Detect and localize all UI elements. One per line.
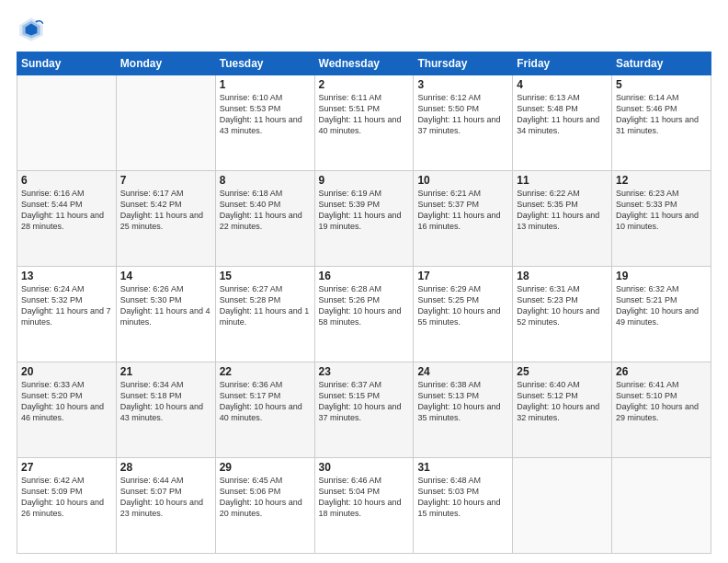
logo-icon [17,15,46,44]
calendar-cell: 12Sunrise: 6:23 AMSunset: 5:33 PMDayligh… [612,171,711,267]
calendar-cell [612,458,711,554]
cell-info: Sunrise: 6:37 AMSunset: 5:15 PMDaylight:… [319,379,410,424]
cell-info: Sunrise: 6:12 AMSunset: 5:50 PMDaylight:… [417,92,508,137]
cell-info: Sunrise: 6:16 AMSunset: 5:44 PMDaylight:… [21,188,112,233]
calendar-cell: 22Sunrise: 6:36 AMSunset: 5:17 PMDayligh… [215,362,314,458]
day-number: 16 [319,270,410,282]
day-number: 22 [220,365,311,378]
calendar-cell: 6Sunrise: 6:16 AMSunset: 5:44 PMDaylight… [17,171,117,267]
day-number: 26 [616,365,707,378]
calendar-cell: 31Sunrise: 6:48 AMSunset: 5:03 PMDayligh… [414,458,513,554]
calendar-cell: 5Sunrise: 6:14 AMSunset: 5:46 PMDaylight… [612,75,711,171]
calendar-cell: 16Sunrise: 6:28 AMSunset: 5:26 PMDayligh… [314,267,414,362]
day-number: 4 [517,78,608,91]
day-number: 8 [220,174,311,187]
day-number: 31 [417,461,508,474]
calendar-cell: 18Sunrise: 6:31 AMSunset: 5:23 PMDayligh… [513,267,612,362]
weekday-header-saturday: Saturday [612,52,711,75]
week-row-5: 27Sunrise: 6:42 AMSunset: 5:09 PMDayligh… [17,458,711,554]
header [17,15,711,44]
week-row-3: 13Sunrise: 6:24 AMSunset: 5:32 PMDayligh… [17,267,711,362]
cell-info: Sunrise: 6:23 AMSunset: 5:33 PMDaylight:… [616,188,707,233]
cell-info: Sunrise: 6:26 AMSunset: 5:30 PMDaylight:… [120,283,211,328]
day-number: 12 [616,174,707,187]
day-number: 24 [417,365,508,378]
week-row-2: 6Sunrise: 6:16 AMSunset: 5:44 PMDaylight… [17,171,711,267]
day-number: 11 [517,174,608,187]
weekday-header-sunday: Sunday [17,52,117,75]
weekday-header-row: SundayMondayTuesdayWednesdayThursdayFrid… [17,52,711,75]
day-number: 29 [220,461,311,474]
day-number: 10 [417,174,508,187]
calendar-cell: 17Sunrise: 6:29 AMSunset: 5:25 PMDayligh… [414,267,513,362]
calendar-cell [17,75,117,171]
cell-info: Sunrise: 6:44 AMSunset: 5:07 PMDaylight:… [120,475,211,520]
cell-info: Sunrise: 6:17 AMSunset: 5:42 PMDaylight:… [120,188,211,233]
day-number: 25 [517,365,608,378]
calendar-cell: 10Sunrise: 6:21 AMSunset: 5:37 PMDayligh… [414,171,513,267]
cell-info: Sunrise: 6:32 AMSunset: 5:21 PMDaylight:… [616,283,707,328]
day-number: 1 [220,78,311,91]
cell-info: Sunrise: 6:40 AMSunset: 5:12 PMDaylight:… [517,379,608,424]
calendar-table: SundayMondayTuesdayWednesdayThursdayFrid… [17,52,711,554]
day-number: 2 [319,78,410,91]
cell-info: Sunrise: 6:22 AMSunset: 5:35 PMDaylight:… [517,188,608,233]
calendar-cell: 25Sunrise: 6:40 AMSunset: 5:12 PMDayligh… [513,362,612,458]
cell-info: Sunrise: 6:29 AMSunset: 5:25 PMDaylight:… [417,283,508,328]
cell-info: Sunrise: 6:18 AMSunset: 5:40 PMDaylight:… [220,188,311,233]
calendar-cell: 19Sunrise: 6:32 AMSunset: 5:21 PMDayligh… [612,267,711,362]
cell-info: Sunrise: 6:36 AMSunset: 5:17 PMDaylight:… [220,379,311,424]
day-number: 20 [21,365,112,378]
weekday-header-tuesday: Tuesday [215,52,314,75]
day-number: 9 [319,174,410,187]
day-number: 15 [220,270,311,282]
day-number: 5 [616,78,707,91]
cell-info: Sunrise: 6:31 AMSunset: 5:23 PMDaylight:… [517,283,608,328]
calendar-cell: 29Sunrise: 6:45 AMSunset: 5:06 PMDayligh… [215,458,314,554]
calendar-cell [513,458,612,554]
calendar-cell: 8Sunrise: 6:18 AMSunset: 5:40 PMDaylight… [215,171,314,267]
cell-info: Sunrise: 6:27 AMSunset: 5:28 PMDaylight:… [220,283,311,328]
cell-info: Sunrise: 6:10 AMSunset: 5:53 PMDaylight:… [220,92,311,137]
calendar-cell: 11Sunrise: 6:22 AMSunset: 5:35 PMDayligh… [513,171,612,267]
calendar-cell: 1Sunrise: 6:10 AMSunset: 5:53 PMDaylight… [215,75,314,171]
day-number: 18 [517,270,608,282]
day-number: 21 [120,365,211,378]
calendar-cell: 15Sunrise: 6:27 AMSunset: 5:28 PMDayligh… [215,267,314,362]
calendar-cell: 13Sunrise: 6:24 AMSunset: 5:32 PMDayligh… [17,267,117,362]
calendar-cell: 26Sunrise: 6:41 AMSunset: 5:10 PMDayligh… [612,362,711,458]
day-number: 7 [120,174,211,187]
day-number: 30 [319,461,410,474]
cell-info: Sunrise: 6:19 AMSunset: 5:39 PMDaylight:… [319,188,410,233]
calendar-cell: 9Sunrise: 6:19 AMSunset: 5:39 PMDaylight… [314,171,414,267]
cell-info: Sunrise: 6:42 AMSunset: 5:09 PMDaylight:… [21,475,112,520]
calendar-cell: 3Sunrise: 6:12 AMSunset: 5:50 PMDaylight… [414,75,513,171]
day-number: 28 [120,461,211,474]
calendar-cell: 14Sunrise: 6:26 AMSunset: 5:30 PMDayligh… [116,267,215,362]
calendar-cell: 30Sunrise: 6:46 AMSunset: 5:04 PMDayligh… [314,458,414,554]
day-number: 17 [417,270,508,282]
cell-info: Sunrise: 6:28 AMSunset: 5:26 PMDaylight:… [319,283,410,328]
cell-info: Sunrise: 6:11 AMSunset: 5:51 PMDaylight:… [319,92,410,137]
cell-info: Sunrise: 6:41 AMSunset: 5:10 PMDaylight:… [616,379,707,424]
logo [17,15,51,44]
day-number: 27 [21,461,112,474]
cell-info: Sunrise: 6:46 AMSunset: 5:04 PMDaylight:… [319,475,410,520]
weekday-header-wednesday: Wednesday [314,52,414,75]
cell-info: Sunrise: 6:14 AMSunset: 5:46 PMDaylight:… [616,92,707,137]
day-number: 19 [616,270,707,282]
day-number: 23 [319,365,410,378]
calendar-cell: 4Sunrise: 6:13 AMSunset: 5:48 PMDaylight… [513,75,612,171]
calendar-cell: 27Sunrise: 6:42 AMSunset: 5:09 PMDayligh… [17,458,117,554]
calendar-cell: 28Sunrise: 6:44 AMSunset: 5:07 PMDayligh… [116,458,215,554]
cell-info: Sunrise: 6:33 AMSunset: 5:20 PMDaylight:… [21,379,112,424]
weekday-header-thursday: Thursday [414,52,513,75]
week-row-4: 20Sunrise: 6:33 AMSunset: 5:20 PMDayligh… [17,362,711,458]
day-number: 3 [417,78,508,91]
day-number: 13 [21,270,112,282]
weekday-header-friday: Friday [513,52,612,75]
weekday-header-monday: Monday [116,52,215,75]
calendar-cell: 2Sunrise: 6:11 AMSunset: 5:51 PMDaylight… [314,75,414,171]
cell-info: Sunrise: 6:24 AMSunset: 5:32 PMDaylight:… [21,283,112,328]
calendar-cell [116,75,215,171]
